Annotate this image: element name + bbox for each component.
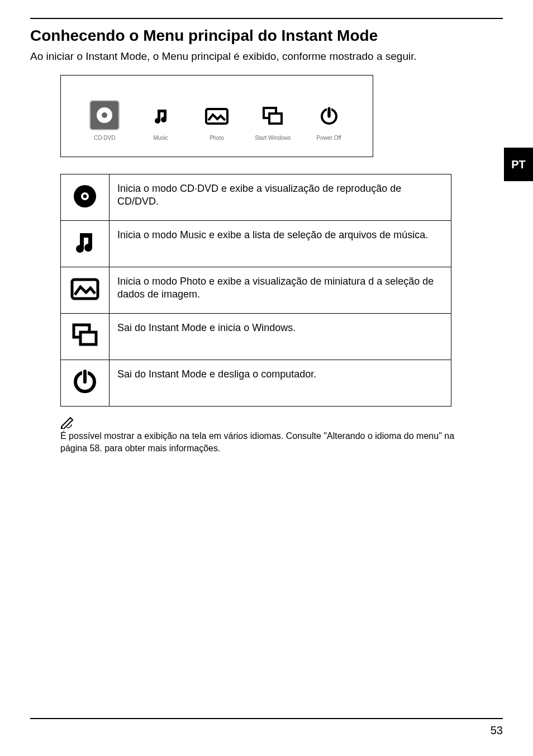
music-note-icon <box>151 102 171 130</box>
note-pencil-icon <box>60 417 75 431</box>
section-title: Conhecendo o Menu principal do Instant M… <box>30 27 503 45</box>
svg-rect-14 <box>80 332 96 344</box>
feature-desc: Inicia o modo Photo e exibe a visualizaç… <box>110 267 451 314</box>
feature-desc: Sai do Instant Mode e desliga o computad… <box>110 360 451 407</box>
table-row: Inicia o modo Music e exibe a lista de s… <box>61 221 451 267</box>
feature-table: Inicia o modo CD·DVD e exibe a visualiza… <box>60 174 451 407</box>
windows-overlap-icon <box>61 314 110 360</box>
document-page: Conhecendo o Menu principal do Instant M… <box>0 0 533 756</box>
menu-item-label: CD·DVD <box>94 135 115 141</box>
footnote-text: É possível mostrar a exibição na tela em… <box>60 430 463 454</box>
disc-icon <box>61 174 110 221</box>
power-icon <box>61 360 110 407</box>
menu-item-power-off: Power Off <box>304 102 354 141</box>
menu-item-start-windows: Start Windows <box>248 102 298 141</box>
feature-desc: Inicia o modo CD·DVD e exibe a visualiza… <box>110 174 451 221</box>
svg-rect-2 <box>206 109 227 124</box>
intro-paragraph: Ao iniciar o Instant Mode, o Menu princi… <box>30 50 503 63</box>
page-number: 53 <box>491 724 503 737</box>
feature-desc: Inicia o modo Music e exibe a lista de s… <box>110 221 451 267</box>
table-row: Sai do Instant Mode e inicia o Windows. <box>61 314 451 360</box>
footnote: É possível mostrar a exibição na tela em… <box>60 417 463 454</box>
svg-rect-4 <box>269 114 282 124</box>
menu-item-label: Power Off <box>317 135 341 141</box>
table-row: Inicia o modo CD·DVD e exibe a visualiza… <box>61 174 451 221</box>
table-row: Inicia o modo Photo e exibe a visualizaç… <box>61 267 451 314</box>
photo-icon <box>61 267 110 314</box>
menu-item-label: Photo <box>210 135 224 141</box>
photo-icon <box>205 102 229 130</box>
menu-item-cddvd: CD·DVD <box>79 100 130 141</box>
svg-point-11 <box>83 195 87 198</box>
menu-item-photo: Photo <box>192 102 242 141</box>
menu-item-music: Music <box>136 102 186 141</box>
menu-item-label: Start Windows <box>255 135 291 141</box>
main-menu-diagram: CD·DVD Music Photo <box>60 75 373 157</box>
power-icon <box>319 102 339 130</box>
language-tab: PT <box>504 148 533 181</box>
music-note-icon <box>61 221 110 267</box>
svg-point-1 <box>102 112 107 118</box>
bottom-rule <box>30 718 503 719</box>
menu-item-label: Music <box>154 135 168 141</box>
top-rule <box>30 18 503 19</box>
svg-rect-12 <box>72 280 98 299</box>
windows-overlap-icon <box>261 102 284 130</box>
feature-desc: Sai do Instant Mode e inicia o Windows. <box>110 314 451 360</box>
table-row: Sai do Instant Mode e desliga o computad… <box>61 360 451 407</box>
disc-icon <box>89 100 120 130</box>
